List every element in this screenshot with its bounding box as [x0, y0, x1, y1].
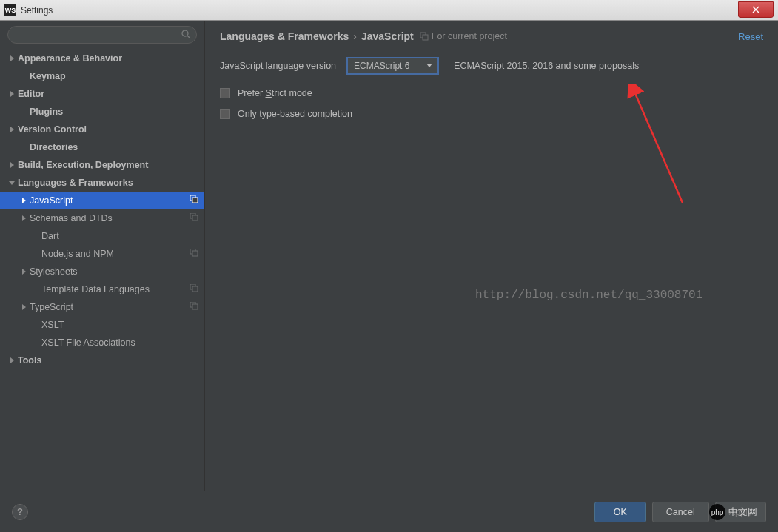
arrow-spacer [18, 337, 30, 349]
app-icon: WS [4, 4, 16, 16]
prefer-strict-checkbox[interactable]: Prefer Strict mode [220, 88, 763, 98]
project-scope-icon [190, 284, 198, 294]
tree-item-languages-frameworks[interactable]: Languages & Frameworks [0, 174, 204, 192]
svg-rect-16 [192, 251, 198, 256]
titlebar: WS Settings [0, 0, 778, 21]
tree-item-dart[interactable]: Dart [0, 227, 204, 245]
svg-marker-23 [10, 357, 14, 363]
tree-item-label: Template Data Languages [30, 284, 150, 294]
tree-item-javascript[interactable]: JavaScript [0, 192, 204, 209]
content-panel: Languages & Frameworks › JavaScript For … [205, 21, 778, 491]
tree-item-editor[interactable]: Editor [0, 85, 204, 103]
help-button[interactable]: ? [12, 504, 28, 520]
svg-marker-8 [9, 181, 15, 185]
tree-item-label: Plugins [18, 107, 63, 117]
window-title: Settings [21, 5, 738, 16]
svg-rect-25 [423, 35, 428, 40]
svg-marker-7 [10, 162, 14, 168]
dropdown-arrow [423, 59, 435, 73]
tree-item-label: Schemas and DTDs [30, 213, 113, 223]
breadcrumb-scope: For current project [432, 31, 507, 41]
close-button[interactable] [738, 1, 774, 18]
expand-arrow-icon [18, 195, 30, 206]
svg-marker-20 [22, 304, 26, 310]
project-scope-icon [190, 249, 198, 259]
tree-item-label: JavaScript [30, 195, 73, 206]
footer: ? OK Cancel Apply [0, 491, 778, 532]
svg-marker-12 [22, 215, 26, 221]
expand-arrow-icon [18, 301, 30, 313]
project-scope-icon [190, 213, 198, 223]
tree-item-node-js-and-npm[interactable]: Node.js and NPM [0, 245, 204, 263]
svg-rect-14 [192, 215, 198, 220]
tree-item-schemas-and-dtds[interactable]: Schemas and DTDs [0, 209, 204, 227]
tree-item-label: Stylesheets [30, 266, 78, 277]
type-based-completion-checkbox[interactable]: Only type-based completion [220, 109, 763, 119]
dropdown-value: ECMAScript 6 [354, 61, 423, 71]
expand-arrow-icon [6, 159, 18, 171]
tree-item-label: Version Control [18, 124, 87, 135]
svg-marker-17 [22, 269, 26, 275]
tree-item-label: Keymap [18, 71, 66, 81]
expand-arrow-icon [6, 177, 18, 189]
arrow-spacer [18, 248, 30, 260]
tree-item-typescript[interactable]: TypeScript [0, 298, 204, 316]
svg-rect-22 [192, 304, 198, 309]
apply-button[interactable]: Apply [715, 502, 766, 522]
tree-item-xslt[interactable]: XSLT [0, 316, 204, 334]
cancel-button[interactable]: Cancel [652, 502, 709, 522]
breadcrumb: Languages & Frameworks › JavaScript For … [220, 30, 763, 42]
svg-rect-11 [192, 198, 198, 203]
tree-item-keymap[interactable]: Keymap [0, 67, 204, 85]
close-icon [752, 6, 759, 13]
project-scope-icon [190, 195, 198, 206]
ok-button[interactable]: OK [594, 502, 646, 522]
svg-marker-9 [22, 198, 26, 203]
scope-icon [420, 32, 429, 41]
tree-item-plugins[interactable]: Plugins [0, 103, 204, 121]
tree-item-build-execution-deployment[interactable]: Build, Execution, Deployment [0, 156, 204, 174]
tree-item-directories[interactable]: Directories [0, 138, 204, 156]
svg-rect-19 [192, 286, 198, 292]
tree-item-version-control[interactable]: Version Control [0, 121, 204, 138]
tree-item-label: XSLT [30, 320, 64, 330]
tree-item-label: XSLT File Associations [30, 337, 135, 348]
svg-marker-4 [10, 55, 14, 61]
breadcrumb-seg-2: JavaScript [361, 30, 414, 42]
checkbox-label: Only type-based completion [238, 109, 352, 119]
checkbox-icon [220, 109, 230, 119]
checkbox-label: Prefer Strict mode [238, 88, 312, 98]
search-input[interactable] [7, 26, 197, 44]
expand-arrow-icon [6, 53, 18, 64]
expand-arrow-icon [6, 354, 18, 366]
lang-version-hint: ECMAScript 2015, 2016 and some proposals [454, 61, 639, 71]
arrow-spacer [18, 230, 30, 242]
settings-tree: Appearance & BehaviorKeymapEditorPlugins… [0, 50, 204, 491]
tree-item-tools[interactable]: Tools [0, 351, 204, 369]
tree-item-appearance-behavior[interactable]: Appearance & Behavior [0, 50, 204, 67]
svg-marker-5 [10, 91, 14, 97]
tree-item-stylesheets[interactable]: Stylesheets [0, 263, 204, 280]
svg-line-3 [187, 36, 190, 38]
expand-arrow-icon [6, 88, 18, 100]
tree-item-label: Dart [30, 231, 59, 241]
tree-item-label: Languages & Frameworks [18, 178, 133, 188]
arrow-spacer [18, 319, 30, 331]
annotation-arrow [627, 84, 694, 210]
arrow-spacer [18, 283, 30, 295]
sidebar: Appearance & BehaviorKeymapEditorPlugins… [0, 21, 205, 491]
tree-item-label: TypeScript [30, 302, 73, 312]
lang-version-dropdown[interactable]: ECMAScript 6 [346, 57, 439, 75]
tree-item-xslt-file-associations[interactable]: XSLT File Associations [0, 334, 204, 351]
svg-marker-26 [426, 64, 432, 67]
expand-arrow-icon [18, 266, 30, 277]
tree-item-label: Tools [18, 355, 41, 366]
reset-link[interactable]: Reset [738, 31, 763, 42]
watermark-text: http://blog.csdn.net/qq_33008701 [475, 289, 702, 302]
tree-item-label: Node.js and NPM [30, 249, 114, 259]
breadcrumb-seg-1: Languages & Frameworks [220, 30, 349, 42]
svg-marker-6 [10, 127, 14, 132]
tree-item-template-data-languages[interactable]: Template Data Languages [0, 280, 204, 298]
checkbox-icon [220, 88, 230, 98]
tree-item-label: Build, Execution, Deployment [18, 160, 148, 170]
